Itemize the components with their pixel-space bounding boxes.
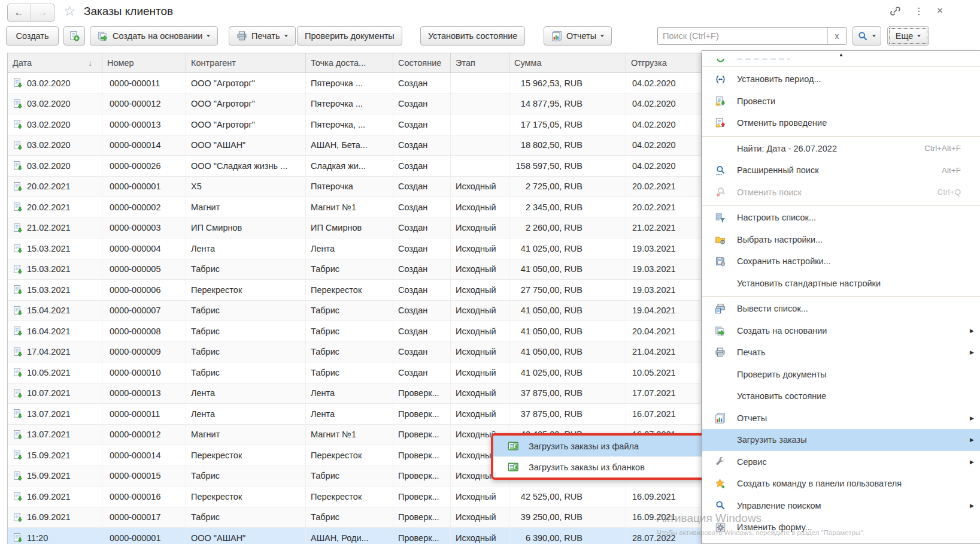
cell-counterparty: X5 [186, 177, 306, 197]
menu-item-16[interactable]: Создать на основании▶ [702, 320, 980, 342]
cell-date: 15.09.2021 [8, 466, 102, 486]
kebab-menu-icon[interactable]: ⋮ [914, 5, 924, 17]
column-header-6[interactable]: Сумма [509, 53, 626, 72]
menu-item-22[interactable]: Сервис▶ [702, 451, 980, 473]
cell-number: 0000-000004 [102, 238, 186, 259]
refresh-icon [712, 59, 729, 64]
docs-arrow-icon [98, 31, 108, 41]
cell-counterparty: Табрис [186, 362, 306, 383]
column-header-2[interactable]: Контрагент [186, 53, 306, 72]
menu-item-3[interactable]: Провести [702, 90, 980, 113]
menu-item-25[interactable]: Изменить форму... [702, 516, 980, 539]
document-posted-icon [13, 533, 23, 543]
menu-item-18[interactable]: Проверить документы [702, 364, 980, 386]
cell-state: Создан [393, 301, 451, 321]
cell-state: Создан [393, 197, 451, 217]
create-by-copy-button[interactable] [63, 26, 85, 46]
cell-date: 13.07.2021 [8, 404, 102, 424]
table-row[interactable]: 03.02.20200000-000013ООО "Агроторг"Пятер… [8, 114, 701, 135]
menu-item-11[interactable]: Выбрать настройки... [702, 229, 980, 251]
menu-item-15[interactable]: Вывести список... [702, 298, 980, 320]
table-row[interactable]: 11:200000-000001ООО "АШАН"АШАН, Роди...П… [8, 528, 701, 544]
cell-counterparty: Табрис [186, 466, 306, 486]
table-row[interactable]: 20.02.20210000-000002МагнитМагнит №1Созд… [8, 197, 701, 218]
table-row[interactable]: 15.03.20210000-000006ПерекрестокПерекрес… [8, 280, 701, 301]
table-row[interactable]: 16.09.20210000-000017ТабрисТабрисПроверк… [8, 507, 701, 528]
document-posted-icon [13, 306, 23, 316]
column-header-4[interactable]: Состояние [393, 53, 451, 72]
menu-item-4[interactable]: Отменить проведение [702, 112, 980, 134]
table-row[interactable]: 17.04.20210000-000009ТабрисТабрисСозданИ… [8, 342, 701, 363]
table-row[interactable]: 13.07.20210000-000011ЛентаЛентаПроверк..… [8, 404, 701, 425]
table-row[interactable]: 21.02.20210000-000003ИП СмирновИП Смирно… [8, 218, 701, 239]
cell-stage [451, 73, 509, 93]
cell-delivery_point: ИП Смирнов [306, 218, 393, 238]
create-based-on-button[interactable]: Создать на основании [90, 26, 218, 46]
cell-counterparty: ООО "АШАН" [186, 528, 306, 544]
menu-item-20[interactable]: Отчеты▶ [702, 407, 980, 430]
cell-state: Создан [393, 156, 451, 176]
set-state-button[interactable]: Установить состояние [420, 26, 525, 46]
column-header-5[interactable]: Этап [451, 53, 509, 72]
table-row[interactable]: 10.07.20210000-000013ЛентаЛентаПроверк..… [8, 383, 701, 404]
back-button[interactable]: ← [8, 4, 31, 21]
submenu-item-0[interactable]: Загрузить заказы из файла [493, 436, 711, 457]
menu-item-2[interactable]: Установить период... [702, 68, 980, 90]
table-row[interactable]: 16.09.20210000-000016ПерекрестокПерекрес… [8, 486, 701, 507]
more-button[interactable]: Еще [887, 26, 929, 46]
table-row[interactable]: 15.04.20210000-000007ТабрисТабрисСозданИ… [8, 301, 701, 322]
reports-button[interactable]: Отчеты [544, 26, 612, 46]
cell-counterparty: Перекресток [186, 486, 306, 507]
menu-item-6[interactable]: Найти: Дата - 26.07.2022Ctrl+Alt+F [702, 138, 980, 160]
cell-number: 0000-000007 [102, 301, 186, 321]
forward-button[interactable]: → [31, 4, 54, 21]
doc-plus-icon [69, 31, 80, 41]
cell-number: 0000-000002 [102, 197, 186, 217]
search-input[interactable] [658, 28, 827, 44]
link-icon[interactable] [890, 5, 901, 17]
menu-item-10[interactable]: Настроить список... [702, 207, 980, 229]
close-icon[interactable]: × [937, 5, 943, 17]
cell-date: 03.02.2020 [8, 135, 102, 156]
table-row[interactable]: 10.05.20210000-000010ТабрисТабрисСозданИ… [8, 362, 701, 383]
menu-item-label: Управление поиском [737, 501, 961, 510]
print-button[interactable]: Печать [229, 26, 296, 46]
menu-item-23[interactable]: Создать команду в панели пользователя [702, 473, 980, 495]
table-row[interactable]: 15.03.20210000-000005ТабрисТабрисСозданИ… [8, 259, 701, 280]
column-header-3[interactable]: Точка доста... [306, 53, 393, 72]
printer-icon [712, 347, 729, 358]
menu-item-12[interactable]: Сохранить настройки... [702, 250, 980, 273]
search-button[interactable] [852, 26, 881, 46]
menu-item-17[interactable]: Печать▶ [702, 341, 980, 364]
table-row[interactable]: 16.04.20210000-000008ТабрисТабрисСозданИ… [8, 321, 701, 342]
table-row[interactable]: 20.02.20210000-000001X5ПятерочкаСозданИс… [8, 177, 701, 198]
cell-stage: Исходный [451, 342, 509, 362]
favorite-star-icon[interactable]: ☆ [63, 3, 76, 19]
document-posted-icon [13, 78, 23, 88]
cell-number: 0000-000010 [102, 362, 186, 383]
create-button[interactable]: Создать [6, 26, 59, 46]
column-header-0[interactable]: Дата↓ [8, 53, 102, 72]
column-header-7[interactable]: Отгрузка [626, 53, 701, 72]
table-row[interactable]: 03.02.20200000-000011ООО "Агроторг"Пятер… [8, 73, 701, 94]
cell-delivery_point: Перекресток [306, 486, 393, 507]
menu-item-19[interactable]: Установить состояние [702, 385, 980, 407]
cell-date: 03.02.2020 [8, 156, 102, 176]
menu-item-24[interactable]: Управление поиском▶ [702, 495, 980, 517]
clear-search-button[interactable]: x [827, 28, 846, 44]
column-header-1[interactable]: Номер [102, 53, 186, 72]
table-row[interactable]: 03.02.20200000-000026ООО "Сладкая жизнь … [8, 156, 701, 177]
cell-stage [451, 135, 509, 156]
table-row[interactable]: 03.02.20200000-000012ООО "Агроторг"Пятер… [8, 94, 701, 115]
check-documents-button[interactable]: Проверить документы [297, 26, 402, 46]
menu-scroll-up[interactable]: ▲ [702, 51, 980, 59]
submenu-item-1[interactable]: Загрузить заказы из бланков [493, 457, 711, 477]
table-row[interactable]: 15.03.20210000-000004ЛентаЛентаСозданИсх… [8, 238, 701, 259]
menu-item-13[interactable]: Установить стандартные настройки [702, 273, 980, 295]
cell-number: 0000-000011 [102, 404, 186, 424]
table-row[interactable]: 03.02.20200000-000014ООО "АШАН"АШАН, Бет… [8, 135, 701, 156]
menu-item-7[interactable]: Расширенный поискAlt+F [702, 159, 980, 182]
menu-item-21[interactable]: Загрузить заказы▶ [702, 429, 980, 451]
cell-counterparty: Лента [186, 383, 306, 404]
menu-item-clipped[interactable] [702, 59, 980, 65]
